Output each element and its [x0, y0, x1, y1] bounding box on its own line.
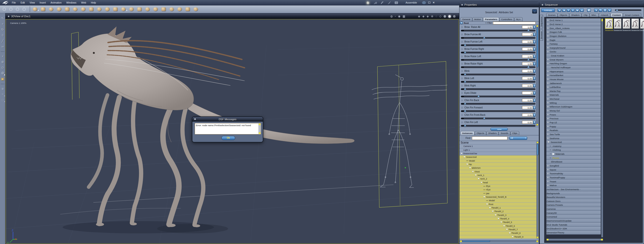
collapsed-icon[interactable] — [548, 126, 548, 127]
expander-icon[interactable] — [480, 182, 482, 183]
collapsed-icon[interactable] — [548, 118, 548, 119]
tab-misc[interactable]: Misc. — [590, 13, 598, 17]
stepper-icon[interactable] — [533, 33, 536, 36]
expander-icon[interactable] — [464, 156, 465, 158]
slider-thumb[interactable] — [483, 117, 486, 119]
tab-sounds[interactable]: Sounds — [499, 131, 510, 135]
dialog-scrollbar[interactable] — [258, 124, 260, 134]
expander-icon[interactable] — [489, 207, 491, 209]
collapsed-icon[interactable] — [548, 51, 548, 52]
parameter-slider[interactable] — [461, 95, 536, 98]
collapsed-icon[interactable] — [548, 35, 548, 37]
find-filter-dropdown[interactable]: All — [509, 137, 527, 140]
finger-tool-icon[interactable] — [22, 7, 26, 11]
content-thumbnail[interactable] — [622, 18, 630, 29]
content-thumbnail[interactable] — [614, 18, 622, 29]
parameter-value-field[interactable]: 0.00 — [522, 99, 533, 102]
slider-thumb[interactable] — [527, 29, 530, 31]
tab-motion[interactable]: Motion — [472, 17, 483, 21]
folder-mechasar[interactable]: Mechasar — [546, 97, 601, 101]
collapsed-icon[interactable] — [548, 173, 548, 174]
tree-row-ltendril-7[interactable]: lTendril_7 — [460, 228, 539, 232]
stepper-icon[interactable] — [533, 62, 536, 65]
folder-clothing[interactable]: Clothing — [546, 148, 601, 152]
parameter-value-field[interactable]: 0.00 — [522, 84, 533, 87]
tab-objects[interactable]: Objects — [475, 131, 486, 135]
folder-squee[interactable]: Squee — [546, 168, 601, 172]
tree-row-model[interactable]: Model — [460, 199, 539, 203]
delete-key-button[interactable] — [603, 8, 607, 12]
slider-thumb[interactable] — [527, 59, 530, 60]
slider-thumb[interactable] — [464, 88, 466, 90]
panel-widget-icon[interactable] — [542, 4, 543, 6]
collapsed-icon[interactable] — [548, 130, 548, 131]
folder-caisson-docs[interactable]: Caisson Docs — [546, 199, 601, 203]
parameter-value-field[interactable]: 0 — [522, 91, 533, 94]
collapsed-icon[interactable] — [548, 82, 548, 84]
folder-pup-le[interactable]: Pup LE — [546, 121, 601, 125]
collapsed-icon[interactable] — [548, 165, 548, 167]
expander-icon[interactable] — [486, 204, 488, 205]
folder-daz-horse-2[interactable]: DAZ Horse 2 — [546, 22, 601, 26]
gear-icon[interactable] — [461, 55, 464, 58]
gear-icon[interactable] — [461, 121, 464, 124]
expander-icon[interactable] — [472, 171, 474, 172]
parameter-value-field[interactable]: 1.00 — [522, 62, 533, 65]
slider-thumb[interactable] — [464, 124, 466, 126]
folder-poses[interactable]: Poses — [546, 113, 601, 117]
tree-row-camera-1[interactable]: Camera 1 — [460, 145, 539, 148]
slider-thumb[interactable] — [464, 81, 466, 82]
tree-row-ltendril-5[interactable]: lTendril_5 — [460, 221, 539, 224]
collapsed-icon[interactable] — [548, 47, 548, 48]
folder-horseblanket[interactable]: HorseBlanket — [546, 73, 601, 77]
tab-objects[interactable]: Objects — [558, 13, 569, 17]
expander-icon[interactable] — [466, 164, 468, 165]
insert-plant-icon[interactable] — [105, 7, 110, 11]
folder-hscrollbar[interactable] — [546, 239, 603, 241]
folder-herschel-hoffmeyer[interactable]: Herschel Hoffmeyer — [546, 66, 601, 70]
folder-dragon-folk[interactable]: Dragon Folk — [546, 30, 601, 34]
sequencer-header[interactable]: Sequencer — [540, 2, 644, 7]
tree-row-ltendril-8[interactable]: lTendril_8 — [460, 232, 539, 235]
parameter-value-field[interactable]: 1.00 — [522, 25, 533, 28]
parameter-slider[interactable] — [461, 103, 536, 105]
folder-materials[interactable]: Materials — [546, 152, 601, 156]
gear-icon[interactable] — [461, 107, 464, 109]
folder-jabberwock[interactable]: Jabberwock — [546, 81, 601, 85]
parameter-slider[interactable] — [461, 117, 536, 120]
folder-millennium-subdragon[interactable]: Millennium SubDragon — [546, 105, 601, 109]
parameter-value-field[interactable]: 0.00 — [522, 40, 533, 43]
folder-precious[interactable]: Precious — [546, 117, 601, 121]
next-key-button[interactable]: ▶ — [608, 8, 612, 12]
collapsed-icon[interactable] — [548, 43, 548, 45]
collapsed-icon[interactable] — [548, 27, 548, 29]
rotate-tool-icon[interactable]: ↻ — [0, 27, 5, 33]
tree-row-neck-1[interactable]: neck_1 — [460, 174, 539, 177]
tree-row-model[interactable]: Model — [460, 159, 539, 163]
panel-widget-icon[interactable] — [461, 4, 463, 6]
trackball-camera-tool-icon[interactable]: ⊕ — [0, 71, 5, 76]
brush-room-icon[interactable] — [387, 1, 391, 4]
gear-icon[interactable] — [461, 70, 464, 72]
expander-icon[interactable] — [460, 153, 462, 154]
insert-bone-2-icon[interactable] — [194, 7, 198, 11]
collapsed-icon[interactable] — [548, 78, 548, 80]
folder-walrus[interactable]: Walrus — [546, 184, 601, 188]
production-frame-icon[interactable]: ▩ — [403, 14, 405, 18]
insert-camera-icon[interactable] — [170, 7, 174, 11]
insert-vertex-object-icon[interactable] — [65, 7, 69, 11]
parameter-value-field[interactable]: 1.00 — [522, 55, 533, 58]
prev-key-button[interactable]: ◀ — [594, 8, 598, 12]
tab-instances[interactable]: Instances — [460, 131, 474, 135]
gray-sphere-icon[interactable] — [444, 15, 446, 18]
camera-shield-2-icon[interactable]: ◈ — [422, 14, 424, 18]
slider-thumb[interactable] — [464, 51, 466, 53]
folder-house-mouse[interactable]: House Mouse — [546, 77, 601, 81]
stepper-icon[interactable] — [533, 25, 536, 29]
folder-anatomy[interactable]: Anatomy — [546, 144, 601, 148]
collapsed-icon[interactable] — [548, 110, 548, 111]
tree-row-ltendril-1[interactable]: lTendril_1 — [460, 206, 539, 210]
folder-dimensiontheory[interactable]: DimensionTheory — [546, 231, 601, 235]
tab-nla[interactable]: NLA — [514, 17, 522, 21]
move-tool-icon[interactable]: + — [0, 21, 5, 27]
